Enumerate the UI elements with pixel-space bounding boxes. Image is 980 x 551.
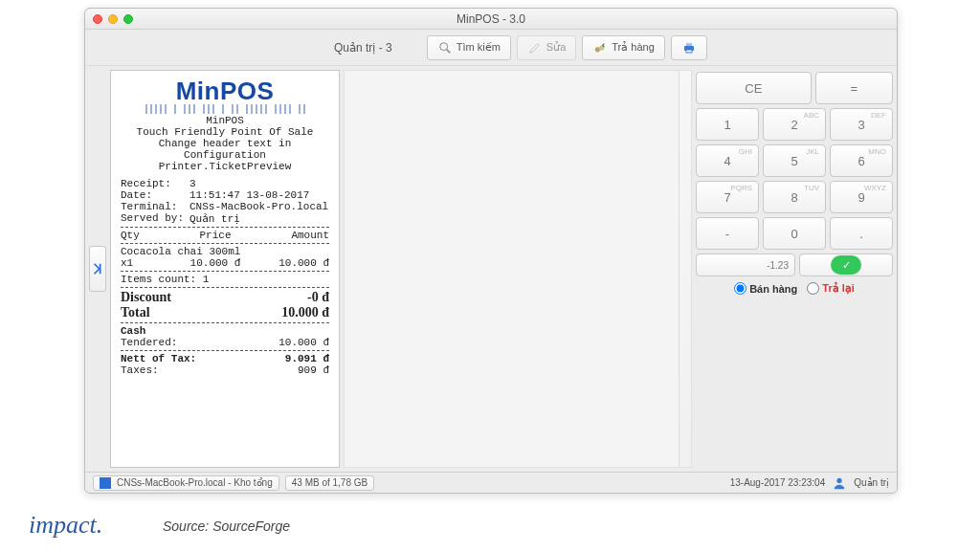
line-mult: x1	[121, 257, 168, 269]
receipt-terminal: CNSs-MacBook-Pro.local	[189, 201, 329, 212]
receipt-barcode: ||||| | ||| ||| | || ||||| |||| ||	[121, 104, 329, 115]
traffic-lights	[93, 14, 133, 24]
receipt-preview[interactable]: MinPOS ||||| | ||| ||| | || ||||| |||| |…	[110, 70, 340, 468]
key-1[interactable]: 1	[696, 108, 759, 141]
expand-button[interactable]	[89, 246, 106, 292]
col-qty: Qty	[121, 230, 168, 241]
served-label: Served by:	[121, 212, 189, 225]
return-icon	[592, 40, 608, 55]
key-7[interactable]: 7PQRS	[696, 181, 759, 213]
search-label: Tìm kiếm	[457, 41, 501, 54]
key-0[interactable]: 0	[763, 217, 826, 250]
key-dot[interactable]: .	[830, 217, 893, 250]
taxes-value: 909 đ	[262, 364, 329, 376]
edit-label: Sửa	[546, 41, 566, 54]
ticket-owner-label: Quản trị - 3	[334, 41, 392, 55]
check-icon: ✓	[831, 255, 861, 275]
receipt-logo: MinPOS	[121, 77, 329, 106]
titlebar[interactable]: MinPOS - 3.0	[85, 9, 897, 30]
svg-point-8	[837, 477, 842, 482]
source-text: Source: SourceForge	[163, 518, 290, 534]
key-6[interactable]: 6MNO	[830, 144, 893, 177]
svg-point-0	[439, 42, 447, 50]
print-button[interactable]	[671, 35, 707, 60]
search-button[interactable]: Tìm kiếm	[427, 35, 511, 60]
status-user: Quản trị	[854, 477, 889, 488]
discount-label: Discount	[121, 290, 307, 305]
mode-radios: Bán hàng Trả lại	[696, 282, 893, 295]
scrollbar[interactable]	[683, 230, 689, 287]
return-button[interactable]: Trả hàng	[582, 35, 665, 60]
tendered-value: 10.000 đ	[262, 337, 329, 348]
radio-sell[interactable]: Bán hàng	[734, 282, 797, 295]
date-label: Date:	[121, 189, 189, 201]
key-ce[interactable]: CE	[696, 72, 812, 104]
keypad: CE = 1 2ABC 3DEF 4GHI 5JKL 6MNO 7PQRS 8T…	[696, 70, 893, 468]
toolbar: Quản trị - 3 Tìm kiếm Sửa Trả hàng	[85, 30, 897, 66]
pencil-icon	[527, 40, 543, 55]
nett-value: 9.091 đ	[262, 353, 329, 364]
watermark: impact.	[29, 511, 102, 540]
app-window: MinPOS - 3.0 Quản trị - 3 Tìm kiếm Sửa T…	[84, 8, 898, 494]
svg-rect-5	[686, 43, 692, 46]
key-neg[interactable]: -1.23	[696, 253, 795, 276]
main-panel	[344, 70, 692, 468]
key-8[interactable]: 8TUV	[763, 181, 826, 213]
status-datetime: 13-Aug-2017 23:23:04	[730, 477, 826, 488]
status-memory[interactable]: 43 MB of 1,78 GB	[285, 475, 375, 491]
window-title: MinPOS - 3.0	[85, 12, 897, 26]
key-3[interactable]: 3DEF	[830, 108, 893, 141]
tendered-label: Tendered:	[121, 337, 168, 348]
key-ok[interactable]: ✓	[799, 253, 893, 276]
total-value: 10.000 đ	[281, 305, 329, 320]
key-minus[interactable]: -	[696, 217, 759, 250]
col-price: Price	[168, 230, 262, 241]
key-2[interactable]: 2ABC	[763, 108, 826, 141]
status-host[interactable]: CNSs-MacBook-Pro.local - Kho tổng	[93, 475, 279, 491]
receipt-header1: MinPOS	[121, 115, 329, 126]
terminal-label: Terminal:	[121, 201, 189, 212]
receipt-header4: Printer.TicketPreview	[121, 161, 329, 172]
minimize-icon[interactable]	[108, 14, 118, 24]
taxes-label: Taxes:	[121, 364, 262, 376]
close-icon[interactable]	[93, 14, 102, 24]
receipt-date: 11:51:47 13-08-2017	[189, 189, 329, 201]
radio-return[interactable]: Trả lại	[807, 282, 855, 295]
discount-value: -0 đ	[307, 290, 329, 305]
svg-rect-6	[686, 50, 692, 53]
cash-label: Cash	[121, 325, 329, 337]
user-icon	[833, 476, 846, 490]
col-amount: Amount	[262, 230, 329, 241]
key-9[interactable]: 9WXYZ	[830, 181, 893, 213]
search-icon	[437, 40, 453, 55]
key-4[interactable]: 4GHI	[696, 144, 759, 177]
line-amount: 10.000 đ	[262, 257, 329, 269]
maximize-icon[interactable]	[123, 14, 133, 24]
printer-icon	[681, 40, 697, 55]
receipt-header2: Touch Friendly Point Of Sale	[121, 126, 329, 138]
svg-line-1	[446, 49, 450, 53]
edit-button[interactable]: Sửa	[517, 35, 576, 60]
status-right: 13-Aug-2017 23:23:04 Quản trị	[730, 476, 889, 490]
receipt-label: Receipt:	[121, 178, 189, 189]
return-label: Trả hàng	[612, 41, 655, 54]
terminal-icon	[100, 477, 111, 489]
total-label: Total	[121, 305, 281, 320]
nett-label: Nett of Tax:	[121, 353, 262, 364]
receipt-served: Quản trị	[189, 212, 329, 225]
line-item-name: Cocacola chai 300ml	[121, 246, 329, 257]
content-area: MinPOS ||||| | ||| ||| | || ||||| |||| |…	[85, 66, 897, 472]
receipt-number: 3	[189, 178, 329, 189]
key-equals[interactable]: =	[815, 72, 893, 104]
chevron-right-icon	[91, 262, 104, 276]
statusbar: CNSs-MacBook-Pro.local - Kho tổng 43 MB …	[85, 472, 897, 493]
receipt-header3: Change header text in Configuration	[121, 138, 329, 161]
items-count: Items count: 1	[121, 274, 329, 285]
line-price: 10.000 đ	[168, 257, 262, 269]
key-5[interactable]: 5JKL	[763, 144, 826, 177]
left-slot	[89, 70, 106, 468]
